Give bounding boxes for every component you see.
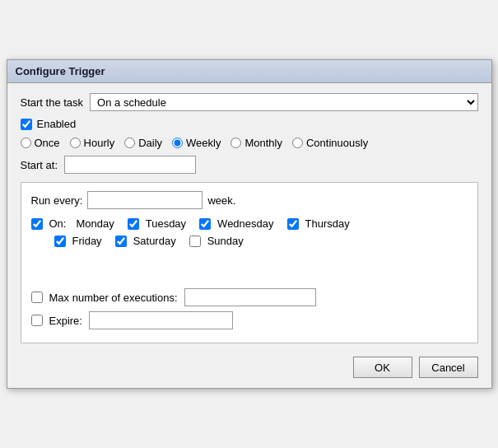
max-executions-input[interactable]: 1: [184, 288, 316, 306]
cancel-button[interactable]: Cancel: [419, 357, 478, 378]
friday-checkbox[interactable]: [54, 236, 66, 247]
on-label: On:: [49, 217, 67, 230]
start-at-label: Start at:: [21, 159, 58, 171]
expire-label[interactable]: Expire:: [49, 315, 82, 327]
thursday-checkbox[interactable]: [287, 218, 299, 230]
start-task-select[interactable]: On a schedule On idle At startup On an e…: [90, 93, 477, 111]
freq-once[interactable]: Once: [21, 137, 60, 149]
freq-hourly[interactable]: Hourly: [70, 137, 115, 149]
wednesday-label[interactable]: Wednesday: [217, 217, 273, 230]
sunday-label[interactable]: Sunday: [207, 235, 244, 247]
thursday-label[interactable]: Thursday: [305, 217, 350, 230]
sunday-checkbox[interactable]: [189, 236, 201, 247]
freq-continuously[interactable]: Continuously: [292, 137, 368, 149]
freq-weekly[interactable]: Weekly: [172, 137, 221, 149]
expire-checkbox[interactable]: [31, 315, 43, 326]
freq-daily[interactable]: Daily: [124, 137, 162, 149]
monday-label[interactable]: Monday: [76, 217, 114, 230]
tuesday-label[interactable]: Tuesday: [146, 217, 186, 230]
run-every-input[interactable]: 1: [87, 191, 202, 209]
configure-trigger-dialog: Configure Trigger Start the task On a sc…: [7, 59, 492, 389]
freq-monthly[interactable]: Monthly: [230, 137, 282, 149]
schedule-inner-box: Run every: 1 week. On: Monday Tuesday We…: [21, 182, 478, 343]
expire-input[interactable]: 7/22/2018 11:41:20 PM: [89, 311, 233, 329]
run-every-unit: week.: [207, 194, 235, 207]
start-at-input[interactable]: 7/22/2018 11:41:20 PM: [64, 156, 196, 174]
friday-label[interactable]: Friday: [72, 235, 102, 247]
ok-button[interactable]: OK: [353, 357, 412, 378]
run-every-label: Run every:: [31, 194, 83, 207]
enabled-label[interactable]: Enabled: [37, 118, 77, 130]
max-executions-checkbox[interactable]: [31, 292, 43, 303]
enabled-checkbox[interactable]: [21, 119, 32, 130]
tuesday-checkbox[interactable]: [128, 218, 139, 230]
max-executions-label[interactable]: Max number of executions:: [49, 292, 178, 304]
saturday-checkbox[interactable]: [115, 236, 127, 247]
wednesday-checkbox[interactable]: [199, 218, 211, 230]
saturday-label[interactable]: Saturday: [133, 235, 176, 247]
dialog-title: Configure Trigger: [7, 60, 491, 83]
start-task-label: Start the task: [21, 96, 84, 109]
monday-checkbox[interactable]: [31, 218, 43, 230]
